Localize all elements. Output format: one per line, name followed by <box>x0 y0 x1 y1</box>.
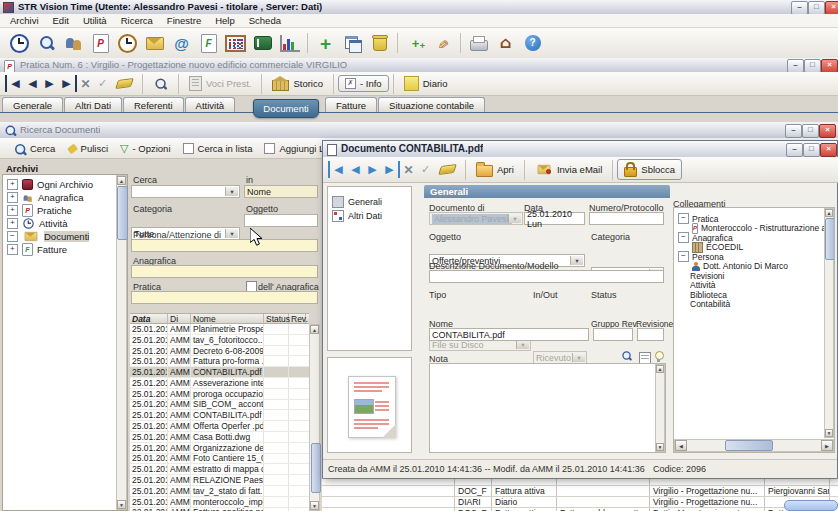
collapse-icon[interactable]: − <box>678 213 689 224</box>
email-at-icon[interactable]: @ <box>169 31 194 56</box>
horizontal-scroll-thumb[interactable] <box>784 500 838 511</box>
tab-generale[interactable]: Generale <box>2 97 63 113</box>
table-row[interactable]: 25.01.2010AMMCONTABILITA.pdf <box>130 410 309 421</box>
tree-item-di-marco[interactable]: Dott. Antonio Di Marco <box>674 262 834 272</box>
pulisci-button[interactable]: ◆Pulisci <box>61 139 114 157</box>
duplicate-icon[interactable] <box>340 31 365 56</box>
column-rev[interactable]: Rev. <box>289 314 306 323</box>
data-field[interactable]: 25.01.2010 Lun <box>524 212 585 225</box>
tree-item-documenti[interactable]: −Documenti <box>3 230 127 243</box>
expand-icon[interactable]: + <box>7 218 18 229</box>
sblocca-button[interactable]: Sblocca <box>617 159 682 180</box>
table-row[interactable]: DIARIDiarioVirgilio - Progettazione nu..… <box>322 497 838 508</box>
apri-button[interactable]: Apri <box>470 160 520 179</box>
abacus-icon[interactable] <box>223 31 248 56</box>
prev-record-icon[interactable]: ◀ <box>24 75 41 92</box>
scroll-thumb[interactable] <box>825 218 835 260</box>
scroll-down-icon[interactable]: ▼ <box>310 501 319 510</box>
collegamenti-hscrollbar[interactable]: ◀ ▶ <box>674 439 834 452</box>
table-row[interactable]: 25.01.2010AMMCasa Botti.dwg <box>130 432 309 443</box>
pratica-search-icon[interactable] <box>148 71 173 96</box>
persona-field[interactable] <box>131 239 318 252</box>
nota-lightbulb-icon[interactable] <box>655 351 664 362</box>
scroll-right-icon[interactable]: ▶ <box>821 440 833 451</box>
chevron-down-icon[interactable] <box>225 229 238 238</box>
cancel-icon[interactable]: ✕ <box>400 161 417 178</box>
tree-item-monteroccolo[interactable]: PMonteroccolo - Ristrutturazione agritu <box>674 224 834 234</box>
scroll-up-icon[interactable]: ▲ <box>310 325 319 334</box>
nota-scrollbar[interactable]: ▲ ▼ <box>655 364 665 452</box>
nota-search-icon[interactable] <box>621 350 633 363</box>
tree-item-anagrafica[interactable]: +Anagrafica <box>3 191 127 204</box>
opzioni-button[interactable]: ▽- Opzioni <box>114 141 176 156</box>
scroll-down-icon[interactable]: ▼ <box>117 500 126 509</box>
invia-email-button[interactable]: Invia eMail <box>529 161 608 178</box>
delete-icon[interactable] <box>367 31 392 56</box>
search-icon[interactable] <box>34 31 59 56</box>
attivita-icon[interactable] <box>115 31 140 56</box>
pratica-restore-button[interactable]: □ <box>804 59 821 73</box>
cerca-button[interactable]: Cerca <box>6 139 61 157</box>
pratica-minimize-button[interactable]: – <box>787 59 804 73</box>
voci-prest-button[interactable]: Voci Prest. <box>183 74 257 93</box>
column-status[interactable]: Status <box>264 314 289 323</box>
info-toggle-button[interactable]: ✗- Info <box>338 75 389 92</box>
clock-icon[interactable] <box>7 31 32 56</box>
confirm-icon[interactable]: ✓ <box>417 161 434 178</box>
table-row[interactable]: 25.01.2010AMMmonteroccolo_impi... <box>130 497 309 508</box>
tab-referenti[interactable]: Referenti <box>123 97 184 113</box>
table-row[interactable]: 25.01.2010AMMAsseverazione inte... <box>130 378 309 389</box>
table-row[interactable]: 25.01.2010AMMCONTABILITA.pdf <box>130 367 309 378</box>
eraser-icon[interactable] <box>435 157 460 182</box>
table-row[interactable]: 25.01.2010AMMFoto Cantiere 15_0... <box>130 454 309 465</box>
tree-item-pratiche[interactable]: +PPratiche <box>3 204 127 217</box>
dialog-close-button[interactable]: × <box>820 143 837 157</box>
menu-edit[interactable]: Edit <box>47 15 75 26</box>
mail-icon[interactable] <box>142 31 167 56</box>
first-record-icon[interactable]: ◀ <box>5 75 24 92</box>
table-row[interactable]: 25.01.2010AMMRELAZIONE Paesist... <box>130 475 309 486</box>
home-icon[interactable]: ⌂ <box>493 31 518 56</box>
collegamenti-vscrollbar[interactable]: ▲ ▼ <box>824 208 834 438</box>
scroll-thumb[interactable] <box>117 186 128 240</box>
pratica-close-button[interactable]: × <box>821 59 838 73</box>
anagrafica-field[interactable] <box>131 265 318 278</box>
contacts-icon[interactable] <box>61 31 86 56</box>
tab-altri-dati[interactable]: Altri Dati <box>64 97 122 113</box>
menu-ricerca[interactable]: Ricerca <box>115 15 159 26</box>
statistics-icon[interactable] <box>277 31 302 56</box>
ricerca-close-button[interactable]: × <box>819 124 836 138</box>
column-nome[interactable]: Nome <box>191 314 264 323</box>
pratica-search-field[interactable] <box>131 291 318 304</box>
tab-situazione-contabile[interactable]: Situazione contabile <box>378 97 485 113</box>
table-row[interactable]: DOC_FFattura attivaVirgilio - Progettazi… <box>322 486 838 497</box>
add-multi-icon[interactable]: + <box>403 31 428 56</box>
scroll-up-icon[interactable]: ▲ <box>117 176 126 185</box>
dialog-minimize-button[interactable]: – <box>786 143 803 157</box>
oggetto-field[interactable] <box>244 214 318 227</box>
print-icon[interactable] <box>466 31 491 56</box>
scroll-down-icon[interactable]: ▼ <box>656 443 664 451</box>
tab-attivita[interactable]: Attività <box>185 97 236 113</box>
first-record-icon[interactable]: ◀ <box>328 161 347 178</box>
tree-item-persona[interactable]: −Persona <box>674 252 834 262</box>
tree-item-fatture[interactable]: +FFatture <box>3 243 127 256</box>
table-row[interactable]: 22.01.2010AMMFattura analitica.pdf <box>130 508 309 511</box>
table-row[interactable]: 25.01.2010AMMOrganizzazione del ... <box>130 443 309 454</box>
in-field[interactable]: Nome <box>244 185 318 198</box>
last-record-icon[interactable]: ▶ <box>58 75 77 92</box>
chevron-down-icon[interactable] <box>570 256 583 265</box>
nome-field[interactable]: CONTABILITA.pdf <box>429 328 589 341</box>
collapse-icon[interactable]: − <box>678 232 689 243</box>
revisione-field[interactable] <box>637 328 664 341</box>
expand-icon[interactable]: + <box>7 205 18 216</box>
expand-icon[interactable]: + <box>7 192 18 203</box>
nav-item-altri-dati[interactable]: Altri Dati <box>328 209 411 223</box>
table-row[interactable]: 25.01.2010AMMDecreto 6-08-2009... <box>130 346 309 357</box>
scroll-down-icon[interactable]: ▼ <box>825 429 833 437</box>
diario-button[interactable]: Diario <box>398 74 454 93</box>
chevron-down-icon[interactable] <box>225 187 238 196</box>
next-record-icon[interactable]: ▶ <box>41 75 58 92</box>
tree-item-pratica[interactable]: −Pratica <box>674 214 834 224</box>
tab-fatture[interactable]: Fatture <box>325 97 377 113</box>
